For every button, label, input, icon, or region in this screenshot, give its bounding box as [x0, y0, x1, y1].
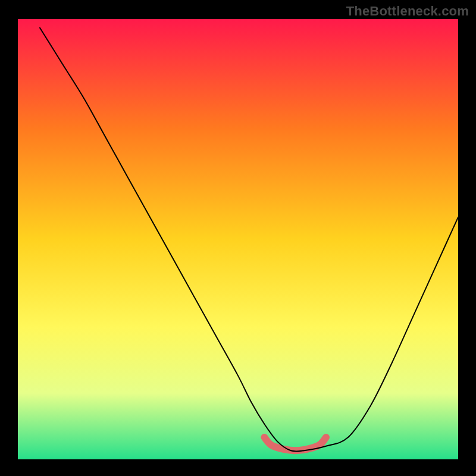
- gradient-background: [18, 19, 458, 459]
- chart-root: TheBottleneck.com: [0, 0, 476, 476]
- chart-svg: [18, 19, 458, 459]
- plot-area: [18, 19, 458, 459]
- watermark-text: TheBottleneck.com: [346, 4, 469, 19]
